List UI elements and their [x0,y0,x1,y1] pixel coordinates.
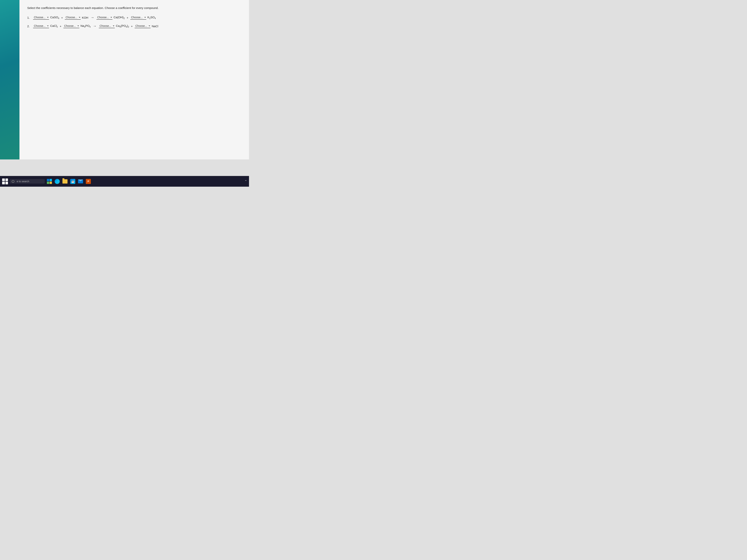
eq2-compound3: Ca3(PO4)2 [116,24,129,28]
main-content: Select the coefficients necessary to bal… [20,0,249,159]
widgets-icon [47,179,52,184]
eq2-compound4: NaCl [152,25,158,28]
eq2-coeff1-select[interactable]: Choose... 123456 [33,24,49,28]
eq1-plus1: + [61,16,63,19]
edge-icon [55,179,60,184]
eq2-plus2: + [131,25,133,28]
eq1-plus2: + [127,16,128,19]
taskbar-search-text: e to search [17,180,34,183]
windows-button[interactable] [2,178,8,185]
search-icon [12,180,15,183]
explorer-button[interactable] [62,178,68,185]
system-tray-chevron-icon[interactable]: ⌃ [244,180,247,183]
equation-number-1: 1. [27,16,31,19]
taskbar-search-bar[interactable]: e to search [10,179,45,184]
eq2-plus1: + [60,25,61,28]
eq1-compound3: Ca(OH)2 [113,16,125,20]
equation-row-2: 2. Choose... 123456 CaCl2 + Choose... 12… [27,24,241,28]
powerpoint-icon: P [86,179,91,184]
equation-row-1: 1. Choose... 123456 CaSO4 + Choose... 12… [27,16,241,20]
widgets-button[interactable] [46,178,53,185]
powerpoint-button[interactable]: P [85,178,92,185]
store-button[interactable]: ☕ [70,178,76,185]
eq2-arrow: → [93,24,97,28]
eq1-coeff4-select[interactable]: Choose... 123456 [130,16,146,20]
taskbar-right: ⌃ [244,180,247,183]
edge-button[interactable] [54,178,60,185]
eq1-coeff2-select[interactable]: Choose... 123456 [65,16,81,20]
eq1-compound2: KOH [82,16,88,19]
taskbar: e to search ☕ P ⌃ [0,176,249,187]
eq1-arrow: → [91,16,94,20]
sidebar [0,0,20,159]
instruction-text: Select the coefficients necessary to bal… [27,6,241,10]
eq1-compound4: K2SO4 [148,16,156,20]
mail-icon [78,180,83,183]
eq1-compound1: CaSO4 [50,16,59,20]
eq1-coeff1-select[interactable]: Choose... 123456 [33,16,49,20]
eq1-coeff3-select[interactable]: Choose... 123456 [97,16,112,20]
store-icon: ☕ [70,179,75,184]
eq2-coeff2-select[interactable]: Choose... 123456 [63,24,79,28]
eq2-coeff3-select[interactable]: Choose... 123456 [99,24,115,28]
windows-logo-icon [2,179,8,184]
eq2-coeff4-select[interactable]: Choose... 123456 [135,24,151,28]
mail-button[interactable] [77,178,84,185]
folder-icon [62,179,68,184]
eq2-compound2: Na3PO4 [80,24,91,28]
equation-number-2: 2. [27,25,31,28]
eq2-compound1: CaCl2 [50,24,58,28]
